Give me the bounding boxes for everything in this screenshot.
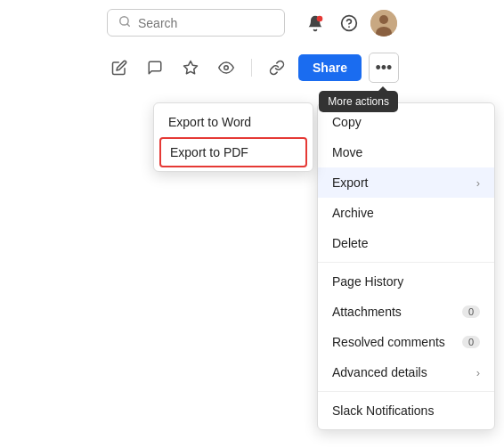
advanced-details-chevron-icon: ›: [476, 366, 480, 379]
menu-item-archive[interactable]: Archive: [318, 198, 494, 228]
menu-divider-2: [318, 391, 494, 392]
menu-item-attachments[interactable]: Attachments 0: [318, 297, 494, 327]
share-button[interactable]: Share: [298, 54, 362, 81]
more-actions-button[interactable]: ••• More actions: [369, 53, 399, 83]
topbar: [0, 0, 504, 45]
avatar[interactable]: [370, 10, 397, 37]
sub-item-export-word[interactable]: Export to Word: [154, 107, 313, 137]
svg-marker-8: [184, 61, 198, 74]
menu-item-page-history[interactable]: Page History: [318, 266, 494, 297]
help-icon[interactable]: [337, 11, 362, 36]
svg-point-6: [379, 15, 388, 24]
resolved-comments-badge: 0: [462, 336, 480, 348]
more-actions-tooltip: More actions: [319, 91, 398, 112]
main-dropdown-menu: Copy Move Export › Archive Delete Page H…: [317, 102, 495, 430]
svg-line-1: [127, 24, 130, 27]
sub-item-export-pdf[interactable]: Export to PDF: [159, 137, 307, 167]
menu-item-slack-notifications[interactable]: Slack Notifications: [318, 395, 494, 426]
menu-item-resolved-comments[interactable]: Resolved comments 0: [318, 327, 494, 357]
ellipsis-icon: •••: [376, 59, 393, 77]
comment-icon[interactable]: [141, 53, 169, 82]
star-icon[interactable]: [176, 53, 205, 82]
export-chevron-icon: ›: [476, 176, 480, 190]
menu-item-advanced-details[interactable]: Advanced details ›: [318, 357, 494, 387]
menu-divider-1: [318, 262, 494, 263]
edit-icon[interactable]: [105, 53, 134, 82]
menu-item-delete[interactable]: Delete: [318, 228, 494, 258]
search-input[interactable]: [138, 16, 263, 30]
menu-item-move[interactable]: Move: [318, 137, 494, 167]
attachments-badge: 0: [462, 305, 480, 318]
svg-point-2: [317, 15, 323, 21]
export-sub-dropdown: Export to Word Export to PDF: [153, 102, 313, 172]
search-icon: [118, 15, 131, 30]
menu-item-export[interactable]: Export ›: [318, 167, 494, 198]
toolbar-divider: [251, 59, 252, 77]
bell-icon[interactable]: [303, 11, 328, 36]
watch-icon[interactable]: [212, 53, 240, 82]
toolbar: Share ••• More actions: [0, 45, 504, 90]
search-bar[interactable]: [107, 9, 285, 37]
link-icon[interactable]: [263, 53, 291, 82]
topbar-icons: [303, 10, 397, 37]
svg-point-9: [224, 66, 229, 70]
